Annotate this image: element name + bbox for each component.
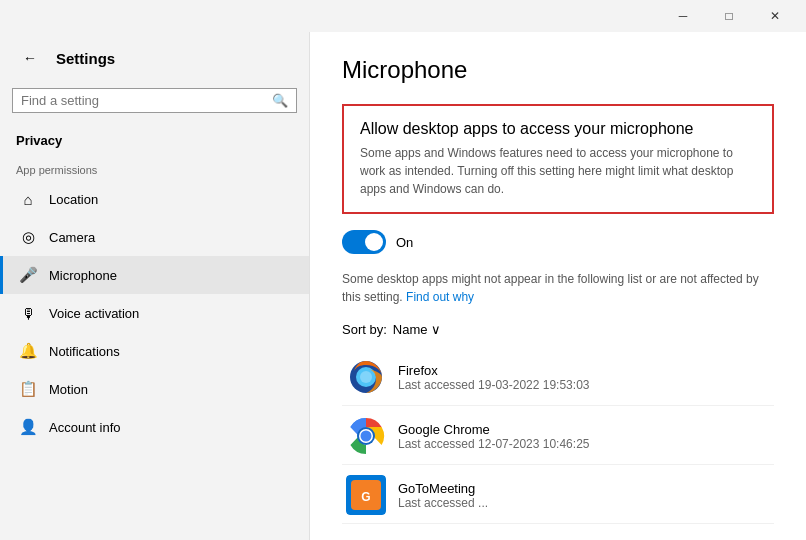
sidebar-item-label-motion: Motion bbox=[49, 382, 88, 397]
chrome-name: Google Chrome bbox=[398, 422, 770, 437]
main-content: Microphone Allow desktop apps to access … bbox=[310, 32, 806, 540]
gotomeeting-info: GoToMeeting Last accessed ... bbox=[398, 481, 770, 510]
sort-row: Sort by: Name ∨ bbox=[342, 322, 774, 337]
sort-dropdown[interactable]: Name ∨ bbox=[393, 322, 442, 337]
app-container: ← Settings 🔍 Privacy App permissions ⌂ L… bbox=[0, 32, 806, 540]
microphone-icon: 🎤 bbox=[19, 266, 37, 284]
voice-activation-icon: 🎙 bbox=[19, 304, 37, 322]
chrome-last-accessed: Last accessed 12-07-2023 10:46:25 bbox=[398, 437, 770, 451]
sidebar-item-motion[interactable]: 📋 Motion bbox=[0, 370, 309, 408]
app-title: Settings bbox=[56, 50, 115, 67]
account-info-icon: 👤 bbox=[19, 418, 37, 436]
sidebar-item-label-location: Location bbox=[49, 192, 98, 207]
page-title: Microphone bbox=[342, 56, 774, 84]
search-icon[interactable]: 🔍 bbox=[272, 93, 288, 108]
motion-icon: 📋 bbox=[19, 380, 37, 398]
list-item: Firefox Last accessed 19-03-2022 19:53:0… bbox=[342, 349, 774, 406]
sidebar: ← Settings 🔍 Privacy App permissions ⌂ L… bbox=[0, 32, 310, 540]
back-button[interactable]: ← bbox=[16, 44, 44, 72]
sidebar-header: ← Settings bbox=[0, 32, 309, 84]
find-out-link[interactable]: Find out why bbox=[406, 290, 474, 304]
sidebar-item-camera[interactable]: ◎ Camera bbox=[0, 218, 309, 256]
sidebar-item-account-info[interactable]: 👤 Account info bbox=[0, 408, 309, 446]
sidebar-item-notifications[interactable]: 🔔 Notifications bbox=[0, 332, 309, 370]
location-icon: ⌂ bbox=[19, 190, 37, 208]
camera-icon: ◎ bbox=[19, 228, 37, 246]
privacy-label: Privacy bbox=[0, 125, 309, 154]
allow-desktop-apps-description: Some apps and Windows features need to a… bbox=[360, 144, 756, 198]
svg-point-6 bbox=[361, 431, 372, 442]
firefox-name: Firefox bbox=[398, 363, 770, 378]
allow-desktop-apps-section: Allow desktop apps to access your microp… bbox=[342, 104, 774, 214]
search-box: 🔍 bbox=[12, 88, 297, 113]
list-item: Google Chrome Last accessed 12-07-2023 1… bbox=[342, 408, 774, 465]
chrome-info: Google Chrome Last accessed 12-07-2023 1… bbox=[398, 422, 770, 451]
notifications-icon: 🔔 bbox=[19, 342, 37, 360]
firefox-app-icon bbox=[346, 357, 386, 397]
svg-point-2 bbox=[360, 371, 372, 383]
info-text: Some desktop apps might not appear in th… bbox=[342, 270, 774, 306]
allow-desktop-apps-title: Allow desktop apps to access your microp… bbox=[360, 120, 756, 138]
sidebar-item-label-account-info: Account info bbox=[49, 420, 121, 435]
maximize-button[interactable]: □ bbox=[706, 0, 752, 32]
toggle-row: On bbox=[342, 230, 774, 254]
gotomeeting-icon-bg: G bbox=[346, 475, 386, 515]
title-bar: ─ □ ✕ bbox=[0, 0, 806, 32]
gotomeeting-last-accessed: Last accessed ... bbox=[398, 496, 770, 510]
sidebar-item-microphone[interactable]: 🎤 Microphone bbox=[0, 256, 309, 294]
close-button[interactable]: ✕ bbox=[752, 0, 798, 32]
sidebar-item-label-voice-activation: Voice activation bbox=[49, 306, 139, 321]
firefox-last-accessed: Last accessed 19-03-2022 19:53:03 bbox=[398, 378, 770, 392]
list-item: G GoToMeeting Last accessed ... bbox=[342, 467, 774, 524]
chevron-down-icon: ∨ bbox=[431, 322, 441, 337]
gotomeeting-name: GoToMeeting bbox=[398, 481, 770, 496]
sidebar-item-voice-activation[interactable]: 🎙 Voice activation bbox=[0, 294, 309, 332]
firefox-info: Firefox Last accessed 19-03-2022 19:53:0… bbox=[398, 363, 770, 392]
sidebar-item-label-microphone: Microphone bbox=[49, 268, 117, 283]
app-permissions-label: App permissions bbox=[0, 154, 309, 180]
toggle-label: On bbox=[396, 235, 413, 250]
app-list: Firefox Last accessed 19-03-2022 19:53:0… bbox=[342, 349, 774, 524]
chrome-app-icon bbox=[346, 416, 386, 456]
svg-text:G: G bbox=[361, 490, 370, 504]
microphone-toggle[interactable] bbox=[342, 230, 386, 254]
sidebar-item-label-camera: Camera bbox=[49, 230, 95, 245]
info-text-content: Some desktop apps might not appear in th… bbox=[342, 272, 759, 304]
sort-label: Sort by: bbox=[342, 322, 387, 337]
search-input[interactable] bbox=[21, 93, 266, 108]
sidebar-item-label-notifications: Notifications bbox=[49, 344, 120, 359]
sidebar-item-location[interactable]: ⌂ Location bbox=[0, 180, 309, 218]
minimize-button[interactable]: ─ bbox=[660, 0, 706, 32]
sort-value: Name bbox=[393, 322, 428, 337]
gotomeeting-app-icon: G bbox=[346, 475, 386, 515]
